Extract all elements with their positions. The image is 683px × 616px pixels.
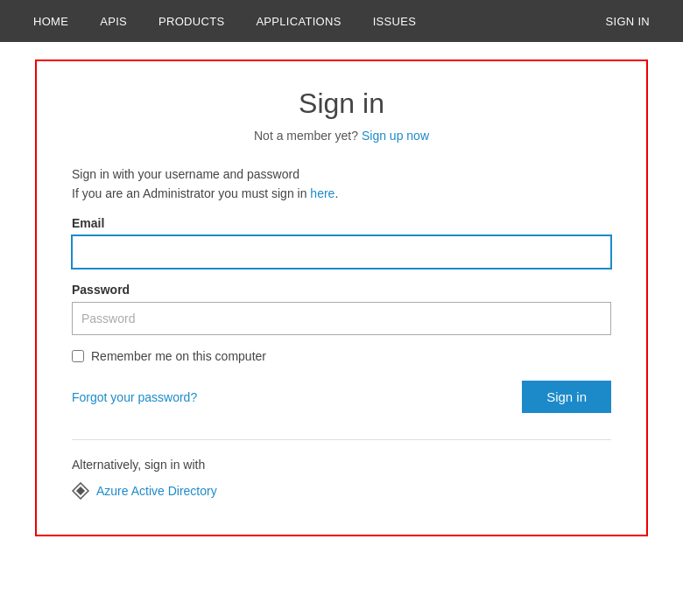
action-row: Forgot your password? Sign in (72, 381, 611, 413)
admin-desc-suffix: . (334, 186, 338, 200)
signin-title: Sign in (72, 88, 611, 120)
nav-apis[interactable]: APIS (84, 0, 143, 42)
main-content: Sign in Not a member yet? Sign up now Si… (0, 42, 683, 554)
divider (72, 439, 611, 440)
remember-row: Remember me on this computer (72, 349, 611, 363)
navbar-right: SIGN IN (590, 0, 666, 42)
alternative-title: Alternatively, sign in with (72, 458, 611, 472)
not-member-text: Not a member yet? (254, 129, 358, 143)
signin-desc2: If you are an Administrator you must sig… (72, 186, 611, 200)
email-input[interactable] (72, 235, 611, 269)
signup-row: Not a member yet? Sign up now (72, 129, 611, 143)
navbar-left: HOME APIS PRODUCTS APPLICATIONS ISSUES (18, 0, 432, 42)
nav-signin[interactable]: SIGN IN (590, 0, 666, 42)
admin-here-link[interactable]: here (310, 186, 334, 200)
password-input[interactable] (72, 302, 611, 335)
aad-icon (72, 482, 89, 500)
signin-button[interactable]: Sign in (522, 381, 611, 413)
svg-marker-1 (76, 486, 85, 495)
signin-desc1: Sign in with your username and password (72, 167, 611, 181)
navbar: HOME APIS PRODUCTS APPLICATIONS ISSUES S… (0, 0, 683, 42)
email-label: Email (72, 216, 611, 230)
admin-desc-prefix: If you are an Administrator you must sig… (72, 186, 310, 200)
aad-link[interactable]: Azure Active Directory (96, 484, 217, 498)
signin-box: Sign in Not a member yet? Sign up now Si… (35, 60, 648, 536)
aad-row[interactable]: Azure Active Directory (72, 482, 611, 500)
remember-checkbox[interactable] (72, 350, 84, 362)
nav-home[interactable]: HOME (18, 0, 84, 42)
nav-issues[interactable]: ISSUES (357, 0, 432, 42)
signup-link[interactable]: Sign up now (362, 129, 429, 143)
remember-label[interactable]: Remember me on this computer (91, 349, 266, 363)
nav-products[interactable]: PRODUCTS (143, 0, 240, 42)
nav-applications[interactable]: APPLICATIONS (240, 0, 356, 42)
password-label: Password (72, 283, 611, 297)
forgot-password-link[interactable]: Forgot your password? (72, 390, 197, 404)
